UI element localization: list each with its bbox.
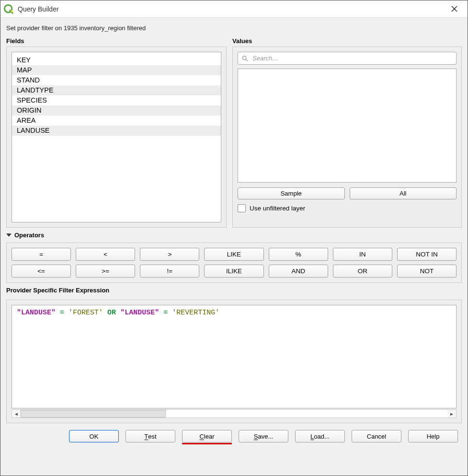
ok-button[interactable]: OK xyxy=(69,430,119,442)
operator-button[interactable]: < xyxy=(76,248,135,261)
values-list[interactable] xyxy=(238,69,457,183)
window-title: Query Builder xyxy=(18,5,59,13)
expression-label: Provider Specific Filter Expression xyxy=(6,287,462,294)
operator-button[interactable]: % xyxy=(269,248,328,261)
operator-button[interactable]: OR xyxy=(333,265,392,278)
operator-button[interactable]: > xyxy=(140,248,199,261)
operator-button[interactable]: NOT IN xyxy=(397,248,457,261)
fields-label: Fields xyxy=(6,37,227,45)
sample-button[interactable]: Sample xyxy=(238,187,345,199)
help-button[interactable]: Help xyxy=(408,430,458,442)
clear-button[interactable]: Clear xyxy=(182,430,232,442)
chevron-down-icon xyxy=(6,232,11,238)
all-button[interactable]: All xyxy=(350,187,457,199)
filter-expression-input[interactable]: "LANDUSE" = 'FOREST' OR "LANDUSE" = 'REV… xyxy=(11,305,457,408)
operator-button[interactable]: != xyxy=(140,265,199,278)
svg-point-2 xyxy=(243,56,247,60)
titlebar: Query Builder xyxy=(0,0,468,18)
scroll-thumb[interactable] xyxy=(21,410,166,418)
use-unfiltered-label: Use unfiltered layer xyxy=(250,205,305,212)
scroll-left-icon[interactable]: ◄ xyxy=(12,410,21,418)
operator-button[interactable]: IN xyxy=(333,248,392,261)
field-item[interactable]: AREA xyxy=(12,116,221,126)
values-search-input[interactable] xyxy=(238,52,457,65)
operator-button[interactable]: LIKE xyxy=(204,248,263,261)
values-label: Values xyxy=(232,37,462,45)
query-builder-window: Query Builder Set provider filter on 193… xyxy=(0,0,468,476)
expression-hscroll[interactable]: ◄ ► xyxy=(11,409,457,418)
operator-button[interactable]: <= xyxy=(11,265,71,278)
subtitle-text: Set provider filter on 1935 inventory_re… xyxy=(6,23,462,34)
close-button[interactable] xyxy=(444,2,465,16)
qgis-icon xyxy=(3,4,14,14)
operator-button[interactable]: AND xyxy=(269,265,328,278)
field-item[interactable]: LANDTYPE xyxy=(12,85,221,95)
test-button[interactable]: Test xyxy=(126,430,175,442)
search-icon xyxy=(241,55,249,62)
operators-label: Operators xyxy=(14,232,44,239)
field-item[interactable]: LANDUSE xyxy=(12,126,221,136)
highlight-underline xyxy=(182,443,232,444)
operator-button[interactable]: >= xyxy=(76,265,135,278)
field-item[interactable]: MAP xyxy=(12,65,221,75)
fields-list[interactable]: KEYMAPSTANDLANDTYPESPECIESORIGINAREALAND… xyxy=(11,52,221,222)
use-unfiltered-checkbox[interactable] xyxy=(238,204,246,212)
save-button[interactable]: Save... xyxy=(239,430,288,442)
scroll-right-icon[interactable]: ► xyxy=(447,410,456,418)
operator-button[interactable]: NOT xyxy=(397,265,457,278)
field-item[interactable]: STAND xyxy=(12,75,221,85)
load-button[interactable]: Load... xyxy=(295,430,345,442)
cancel-button[interactable]: Cancel xyxy=(352,430,401,442)
field-item[interactable]: ORIGIN xyxy=(12,105,221,116)
field-item[interactable]: KEY xyxy=(12,55,221,65)
operator-button[interactable]: = xyxy=(11,248,71,261)
field-item[interactable]: SPECIES xyxy=(12,95,221,105)
operators-toggle[interactable]: Operators xyxy=(6,232,462,239)
operator-button[interactable]: ILIKE xyxy=(204,265,263,278)
